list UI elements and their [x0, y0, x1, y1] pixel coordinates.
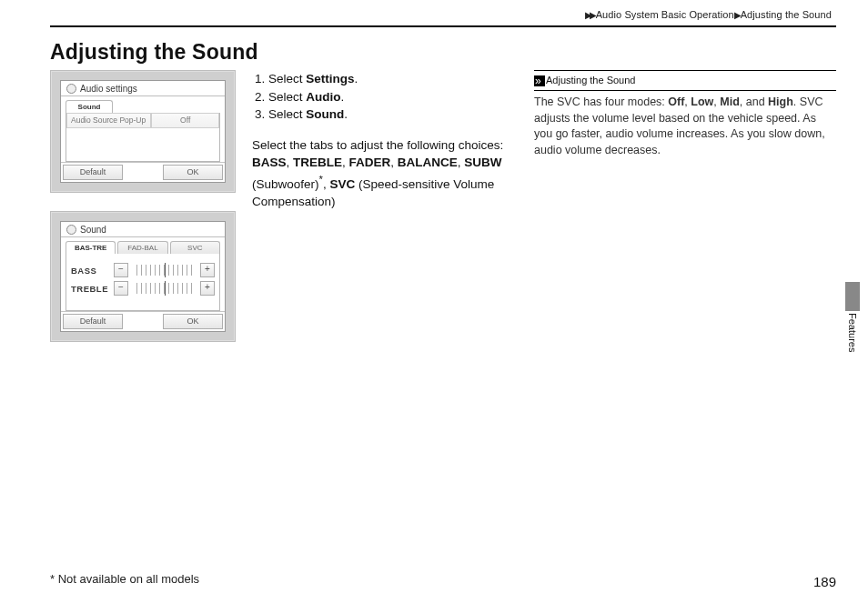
side-tab-block: [845, 282, 860, 311]
chevron-icon: ▶▶: [585, 10, 594, 20]
back-icon[interactable]: [66, 225, 76, 235]
side-tab-label: Features: [847, 313, 858, 352]
screenshot-audio-settings: Audio settings Sound Audio Source Pop-Up…: [50, 70, 236, 193]
treble-plus-button[interactable]: +: [200, 281, 215, 296]
chevron-icon: ▶: [734, 10, 739, 20]
tab-fad-bal[interactable]: FAD-BAL: [117, 241, 167, 254]
tab-sound[interactable]: Sound: [66, 100, 113, 113]
window-title: Audio settings: [80, 84, 137, 94]
step-1: Select Settings.: [268, 70, 518, 88]
setting-row-label: Audio Source Pop-Up: [66, 113, 151, 128]
breadcrumb-2: Adjusting the Sound: [741, 9, 832, 20]
footnote: * Not available on all models: [50, 572, 199, 586]
screenshot-sound: Sound BAS-TRE FAD-BAL SVC BASS −: [50, 211, 236, 342]
breadcrumb: ▶▶Audio System Basic Operation▶Adjusting…: [50, 9, 836, 20]
treble-minus-button[interactable]: −: [114, 281, 128, 296]
setting-row-value[interactable]: Off: [151, 113, 219, 128]
ok-button[interactable]: OK: [163, 314, 223, 329]
ok-button[interactable]: OK: [163, 165, 223, 180]
default-button[interactable]: Default: [63, 165, 123, 180]
breadcrumb-1: Audio System Basic Operation: [596, 9, 734, 20]
default-button[interactable]: Default: [63, 314, 123, 329]
bass-slider[interactable]: [133, 265, 196, 276]
page-title: Adjusting the Sound: [50, 40, 836, 65]
slider-label-treble: TREBLE: [71, 284, 109, 294]
side-tab: Features: [836, 282, 868, 352]
callout-body: The SVC has four modes: Off, Low, Mid, a…: [534, 90, 836, 158]
step-3: Select Sound.: [268, 106, 518, 124]
slider-label-bass: BASS: [71, 266, 109, 276]
tab-bas-tre[interactable]: BAS-TRE: [66, 241, 116, 254]
page-number: 189: [813, 574, 836, 589]
treble-slider[interactable]: [133, 283, 196, 294]
window-title: Sound: [80, 225, 106, 235]
bass-minus-button[interactable]: −: [114, 263, 128, 277]
header-rule: [50, 25, 836, 27]
instruction-text: Select the tabs to adjust the following …: [252, 136, 518, 211]
bass-plus-button[interactable]: +: [200, 263, 215, 277]
callout-header: Adjusting the Sound: [534, 70, 836, 87]
steps-list: Select Settings. Select Audio. Select So…: [252, 70, 518, 124]
step-2: Select Audio.: [268, 88, 518, 106]
double-chevron-icon: [534, 75, 545, 86]
back-icon[interactable]: [66, 84, 76, 94]
tab-svc[interactable]: SVC: [170, 241, 220, 254]
